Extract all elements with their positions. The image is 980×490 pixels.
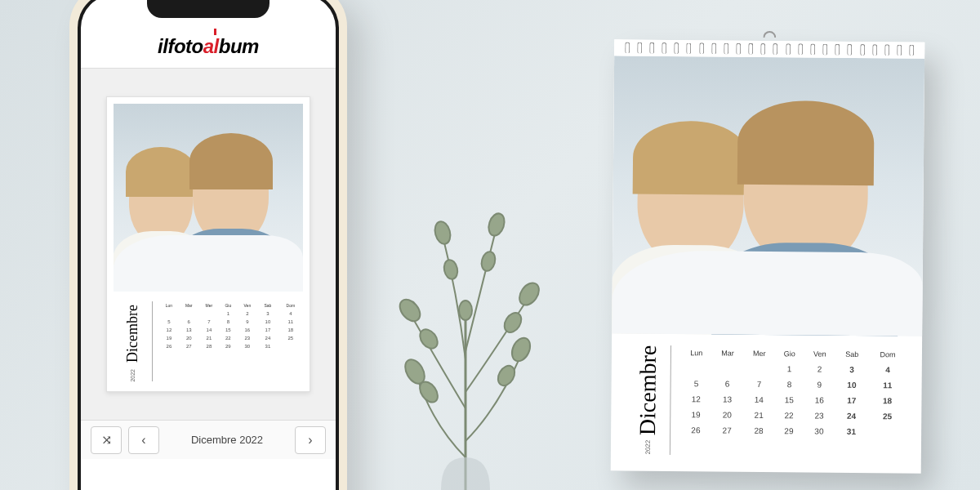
next-month-button[interactable]: › (295, 426, 326, 454)
editor-canvas[interactable]: Dicembre 2022 LunMarMerGioVenSabDom12345… (81, 69, 336, 420)
shuffle-icon: ⤨ (101, 432, 112, 448)
svg-point-4 (396, 296, 425, 325)
wall-calendar-product: Dicembre 2022 LunMarMerGioVenSabDom12345… (611, 39, 925, 473)
svg-point-8 (433, 220, 453, 246)
hanger-hook-icon (763, 31, 776, 38)
plant-decoration (351, 147, 580, 490)
shuffle-button[interactable]: ⤨ (91, 426, 122, 454)
preview-mini-grid: LunMarMerGioVenSabDom1234567891011121314… (159, 301, 303, 382)
svg-point-9 (443, 259, 460, 281)
prev-month-button[interactable]: ‹ (128, 426, 159, 454)
svg-point-12 (459, 301, 472, 320)
svg-point-6 (515, 279, 543, 309)
svg-point-3 (495, 363, 519, 389)
chevron-left-icon: ‹ (141, 433, 145, 448)
preview-year: 2022 (130, 369, 136, 382)
svg-point-0 (401, 356, 428, 387)
wall-calendar-photo (612, 56, 924, 336)
chevron-right-icon: › (308, 433, 312, 448)
svg-point-11 (479, 250, 497, 272)
phone-mockup: ilfotoalbum Dicembre 2 (69, 0, 347, 490)
wall-month: Dicembre (635, 345, 662, 436)
svg-point-7 (501, 310, 524, 336)
svg-point-1 (416, 378, 442, 405)
current-month-label: Dicembre 2022 (166, 426, 288, 454)
brand-logo: ilfotoalbum (158, 35, 259, 58)
wall-calendar-grid: LunMarMerGioVenSabDom1234567891011121314… (680, 345, 907, 457)
wall-year: 2022 (644, 440, 651, 455)
svg-point-2 (509, 335, 534, 364)
editor-toolbar: ⤨ ‹ Dicembre 2022 › (81, 420, 336, 459)
phone-notch (147, 0, 270, 18)
preview-month: Dicembre (124, 301, 141, 366)
calendar-page-preview[interactable]: Dicembre 2022 LunMarMerGioVenSabDom12345… (106, 96, 310, 393)
svg-point-10 (486, 212, 507, 238)
svg-point-5 (416, 326, 441, 352)
preview-photo[interactable] (114, 104, 303, 292)
